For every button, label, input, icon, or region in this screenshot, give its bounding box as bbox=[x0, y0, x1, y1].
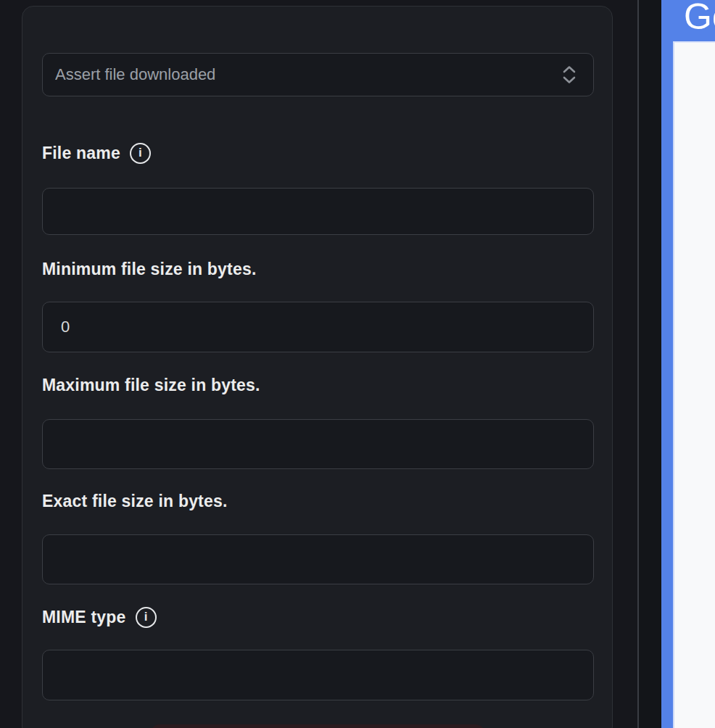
info-icon[interactable]: i bbox=[130, 143, 151, 164]
step-editor-card: Assert file downloaded File name i Minim… bbox=[22, 6, 613, 728]
step-type-select[interactable]: Assert file downloaded bbox=[42, 53, 594, 96]
file-name-input[interactable] bbox=[42, 188, 594, 235]
mime-type-label-row: MIME type i bbox=[42, 606, 157, 628]
file-name-label: File name bbox=[42, 144, 120, 163]
min-size-input[interactable] bbox=[42, 302, 594, 352]
max-size-label: Maximum file size in bytes. bbox=[42, 376, 260, 395]
select-chevrons-icon bbox=[561, 65, 577, 84]
mime-type-input[interactable] bbox=[42, 650, 594, 700]
browser-preview[interactable]: Go bbox=[661, 0, 715, 728]
max-size-input[interactable] bbox=[42, 419, 594, 469]
file-name-label-row: File name i bbox=[42, 142, 151, 164]
min-size-label-row: Minimum file size in bytes. bbox=[42, 258, 257, 280]
mime-type-label: MIME type bbox=[42, 608, 126, 627]
panel-gap bbox=[639, 0, 661, 728]
exact-size-label: Exact file size in bytes. bbox=[42, 492, 228, 511]
min-size-label: Minimum file size in bytes. bbox=[42, 260, 257, 279]
exact-size-label-row: Exact file size in bytes. bbox=[42, 490, 228, 512]
info-icon-glyph: i bbox=[144, 610, 148, 624]
max-size-label-row: Maximum file size in bytes. bbox=[42, 374, 260, 396]
panel-resize-handle[interactable] bbox=[637, 0, 639, 728]
info-icon[interactable]: i bbox=[136, 607, 157, 628]
preview-page-title: Go bbox=[684, 0, 715, 38]
preview-page-body bbox=[673, 41, 715, 728]
exact-size-input[interactable] bbox=[42, 534, 594, 584]
info-icon-glyph: i bbox=[139, 146, 142, 160]
remove-step-button[interactable] bbox=[151, 724, 484, 728]
step-type-selected-value: Assert file downloaded bbox=[55, 65, 561, 84]
